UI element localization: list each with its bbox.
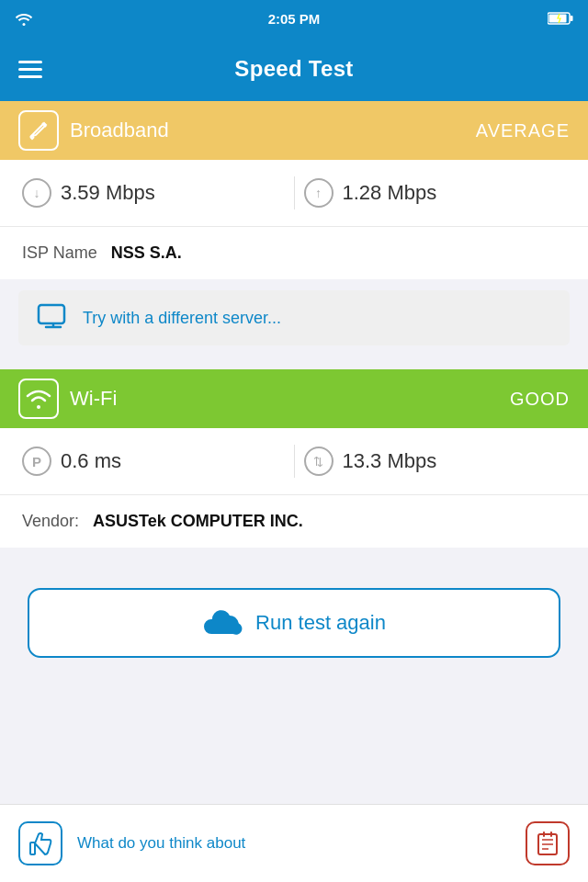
upload-icon: ↑ <box>304 178 334 208</box>
broadband-icon-box <box>18 110 59 151</box>
broadband-download-value: 3.59 Mbps <box>61 181 155 205</box>
broadband-section-left: Broadband <box>18 110 169 151</box>
wifi-ping-value: 0.6 ms <box>61 449 121 473</box>
feedback-text: What do you think about <box>77 834 511 853</box>
status-left <box>15 11 33 26</box>
ping-icon: P <box>22 447 51 476</box>
isp-label: ISP Name <box>22 243 97 262</box>
wifi-section-left: Wi-Fi <box>18 379 117 419</box>
wifi-section-icon <box>25 387 52 411</box>
monitor-icon <box>37 303 70 333</box>
feedback-bar: What do you think about <box>0 804 588 882</box>
broadband-download-stat: ↓ 3.59 Mbps <box>22 178 285 208</box>
broadband-stats-row: ↓ 3.59 Mbps ↑ 1.28 Mbps <box>0 160 588 226</box>
svg-rect-4 <box>30 842 35 854</box>
wifi-section-header: Wi-Fi GOOD <box>0 369 588 428</box>
vendor-label: Vendor: <box>22 512 79 530</box>
status-time: 2:05 PM <box>268 11 321 27</box>
wifi-speed-value: 13.3 Mbps <box>343 449 437 473</box>
status-bar: 2:05 PM <box>0 0 588 37</box>
status-right <box>548 12 573 25</box>
hamburger-button[interactable] <box>18 61 42 78</box>
wifi-stats-row: P 0.6 ms ⇅ 13.3 Mbps <box>0 428 588 494</box>
notepad-icon <box>535 831 560 856</box>
stat-separator <box>294 176 295 209</box>
broadband-section-header: Broadband AVERAGE <box>0 101 588 160</box>
different-server-text: Try with a different server... <box>83 309 281 328</box>
isp-value: NSS S.A. <box>111 243 182 262</box>
wifi-icon <box>15 11 33 26</box>
vendor-value: ASUSTek COMPUTER INC. <box>93 512 303 530</box>
run-test-container: Run test again <box>0 566 588 680</box>
cloud-icon <box>202 608 243 638</box>
updown-icon: ⇅ <box>304 447 334 476</box>
run-test-button[interactable]: Run test again <box>28 588 560 658</box>
thumbsup-icon <box>28 831 53 856</box>
wifi-badge: GOOD <box>510 389 570 410</box>
wifi-speed-stat: ⇅ 13.3 Mbps <box>304 447 567 476</box>
run-test-label: Run test again <box>255 611 386 635</box>
broadband-label: Broadband <box>70 119 169 142</box>
svg-rect-3 <box>39 305 64 323</box>
wifi-label: Wi-Fi <box>70 387 117 411</box>
broadband-upload-stat: ↑ 1.28 Mbps <box>304 178 567 208</box>
section-spacer-2 <box>0 548 588 566</box>
thumbs-up-button[interactable] <box>18 821 62 865</box>
wifi-vendor-row: Vendor: ASUSTek COMPUTER INC. <box>0 494 588 548</box>
section-spacer <box>0 356 588 369</box>
different-server-button[interactable]: Try with a different server... <box>18 290 570 345</box>
broadband-icon <box>27 119 51 142</box>
page-title: Speed Test <box>234 56 353 82</box>
wifi-stat-separator <box>294 445 295 478</box>
app-header: Speed Test <box>0 37 588 101</box>
svg-rect-2 <box>571 16 573 21</box>
wifi-ping-stat: P 0.6 ms <box>22 447 285 476</box>
feedback-icon-right[interactable] <box>526 821 570 865</box>
broadband-badge: AVERAGE <box>476 120 570 141</box>
broadband-upload-value: 1.28 Mbps <box>343 181 437 205</box>
section-spacer-3 <box>0 680 588 689</box>
download-icon: ↓ <box>22 178 51 208</box>
broadband-isp-row: ISP Name NSS S.A. <box>0 226 588 279</box>
battery-icon <box>548 12 573 25</box>
wifi-icon-box <box>18 379 59 419</box>
